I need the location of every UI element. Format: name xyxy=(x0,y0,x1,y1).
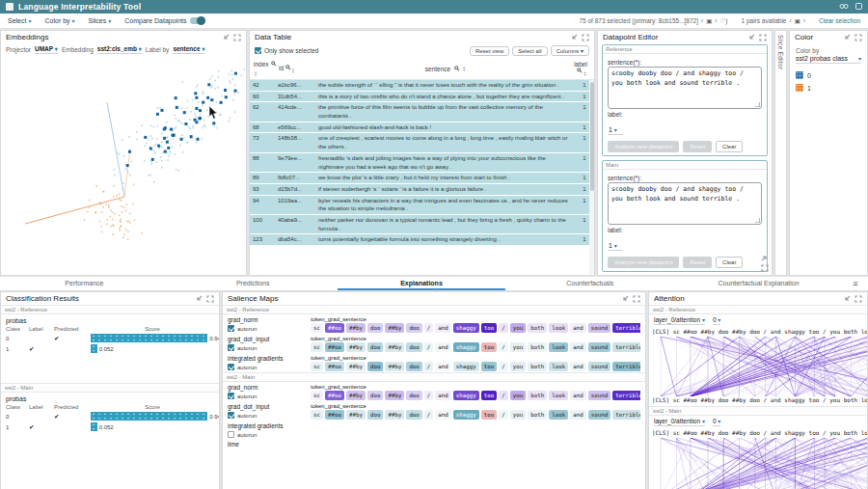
salience-token[interactable]: doo xyxy=(367,342,383,352)
maximize-icon[interactable] xyxy=(854,34,862,41)
autorun-checkbox[interactable] xyxy=(228,364,234,370)
salience-token[interactable]: and xyxy=(435,323,450,333)
salience-token[interactable]: sound xyxy=(588,362,610,371)
compare-datapoints-toggle[interactable] xyxy=(190,17,205,24)
column-header-label[interactable]: label xyxy=(574,61,587,68)
table-row[interactable]: 62414cde...the primitive force of this f… xyxy=(250,102,594,122)
minimize-icon[interactable] xyxy=(843,295,851,303)
salience-token[interactable]: ##by xyxy=(385,391,404,400)
table-row[interactable]: 73148b38...one of creepiest , scariest m… xyxy=(250,133,594,152)
table-row[interactable]: 93d15b7d...if steven soderbergh 's ` sol… xyxy=(250,184,594,196)
salience-token[interactable]: / xyxy=(424,342,434,352)
salience-token[interactable]: sound xyxy=(588,323,610,333)
salience-token[interactable]: doo xyxy=(406,391,421,400)
layer-select[interactable]: layer_0/attention ▾ xyxy=(654,316,705,325)
salience-token[interactable]: terrible xyxy=(612,410,640,420)
salience-token[interactable]: ##by xyxy=(385,323,404,333)
salience-token[interactable]: shaggy xyxy=(453,362,479,371)
search-icon[interactable] xyxy=(577,68,583,73)
salience-token[interactable]: terrible xyxy=(612,342,640,352)
analyze-new-datapoint-button[interactable]: Analyze new datapoint xyxy=(608,141,679,152)
maximize-icon[interactable] xyxy=(854,295,862,303)
maximize-icon[interactable] xyxy=(633,295,640,303)
label-select[interactable]: 1 ▾ xyxy=(608,126,623,135)
salience-subtab[interactable]: sst2 - Reference xyxy=(223,305,645,314)
table-row[interactable]: 6031db54...this is a story of two misfit… xyxy=(250,92,594,103)
salience-token[interactable]: and xyxy=(570,410,585,420)
clear-button[interactable]: Clear xyxy=(716,257,743,268)
salience-token[interactable]: and xyxy=(435,342,450,352)
salience-token[interactable]: shaggy xyxy=(453,410,479,420)
salience-token[interactable]: terrible xyxy=(612,323,640,333)
salience-subtab[interactable]: sst2 - Main xyxy=(223,372,645,382)
color-by-menu[interactable]: Color by▾ xyxy=(44,17,74,24)
slices-menu[interactable]: Slices▾ xyxy=(89,17,112,24)
autorun-checkbox[interactable] xyxy=(228,431,234,438)
table-row[interactable]: 89fb8c07...we know the plot 's a little … xyxy=(250,173,594,184)
clear-selection-link[interactable]: Clear selection xyxy=(819,17,860,24)
select-all-button[interactable]: Select all xyxy=(512,46,547,56)
salience-token[interactable]: sc xyxy=(311,323,323,333)
salience-token[interactable]: and xyxy=(435,410,450,420)
salience-token[interactable]: both xyxy=(528,323,547,333)
salience-token[interactable]: you xyxy=(510,362,526,371)
salience-token[interactable]: both xyxy=(528,391,547,400)
maximize-icon[interactable] xyxy=(582,34,589,41)
embedding-select[interactable]: sst2:cls_emb ▾ xyxy=(97,45,142,54)
next-pair-button[interactable]: › xyxy=(803,17,805,24)
label-select[interactable]: 1 ▾ xyxy=(608,242,623,251)
search-icon[interactable] xyxy=(285,65,291,70)
result-subtab[interactable]: sst2 - Main xyxy=(1,383,219,393)
result-subtab[interactable]: sst2 - Reference xyxy=(1,305,219,314)
tab-counterfactuals[interactable]: Counterfactuals xyxy=(505,277,674,290)
search-icon[interactable] xyxy=(271,61,277,67)
projector-select[interactable]: UMAP ▾ xyxy=(35,45,58,54)
salience-token[interactable]: too xyxy=(481,342,497,352)
sentence-input[interactable]: scooby dooby doo / and shaggy too / you … xyxy=(608,182,762,225)
salience-token[interactable]: shaggy xyxy=(453,323,479,333)
column-header-id[interactable]: id xyxy=(279,65,284,71)
search-icon[interactable] xyxy=(454,66,460,71)
maximize-icon[interactable] xyxy=(206,295,214,303)
salience-token[interactable]: both xyxy=(528,362,547,371)
salience-token[interactable]: / xyxy=(424,362,434,371)
salience-token[interactable]: doo xyxy=(406,410,421,420)
vertical-scrollbar[interactable] xyxy=(589,80,594,275)
salience-token[interactable]: doo xyxy=(406,342,421,352)
salience-token[interactable]: terrible xyxy=(612,362,640,371)
salience-token[interactable]: ##oo xyxy=(325,362,344,371)
minimize-icon[interactable] xyxy=(621,295,629,303)
salience-token[interactable]: / xyxy=(499,410,508,420)
salience-token[interactable]: you xyxy=(510,410,526,420)
jump-pair-icon[interactable]: ▣ xyxy=(795,17,800,25)
table-row[interactable]: 941019aa...byler reveals his characters … xyxy=(250,196,594,215)
salience-token[interactable]: / xyxy=(424,410,434,420)
salience-token[interactable]: / xyxy=(499,391,508,400)
salience-token[interactable]: / xyxy=(499,342,508,352)
layer-select[interactable]: layer_0/attention ▾ xyxy=(654,418,705,426)
sort-icon[interactable]: ▴▾ xyxy=(463,66,465,71)
table-row[interactable]: 10040aba9...neither parker nor donovan i… xyxy=(250,215,594,234)
salience-token[interactable]: ##by xyxy=(385,362,404,371)
salience-token[interactable]: look xyxy=(549,391,568,400)
table-row[interactable]: 68e569cc...good old-fashioned slash-and-… xyxy=(250,122,594,134)
tab-counterfactual-explanation[interactable]: Counterfactual Explanation xyxy=(674,277,843,290)
salience-token[interactable]: look xyxy=(549,362,568,371)
salience-token[interactable]: and xyxy=(435,362,450,371)
salience-token[interactable]: doo xyxy=(367,391,383,400)
column-header-index[interactable]: index xyxy=(254,61,269,68)
minimize-icon[interactable] xyxy=(222,34,230,41)
salience-token[interactable]: look xyxy=(549,342,568,352)
analyze-new-datapoint-button[interactable]: Analyze new datapoint xyxy=(608,257,679,268)
salience-token[interactable]: ##oo xyxy=(325,323,344,333)
select-menu[interactable]: Select▾ xyxy=(8,17,31,24)
salience-token[interactable]: you xyxy=(510,391,526,400)
minimize-icon[interactable] xyxy=(843,34,851,41)
salience-token[interactable]: shaggy xyxy=(453,342,479,352)
salience-token[interactable]: / xyxy=(424,323,434,333)
tab-predictions[interactable]: Predictions xyxy=(169,277,338,290)
sentence-input[interactable]: scooby dooby doo / and shaggy too / you … xyxy=(608,67,762,109)
salience-token[interactable]: ##oo xyxy=(325,342,344,352)
sort-icon[interactable]: ▴▾ xyxy=(292,68,294,73)
maximize-icon[interactable] xyxy=(233,34,241,41)
